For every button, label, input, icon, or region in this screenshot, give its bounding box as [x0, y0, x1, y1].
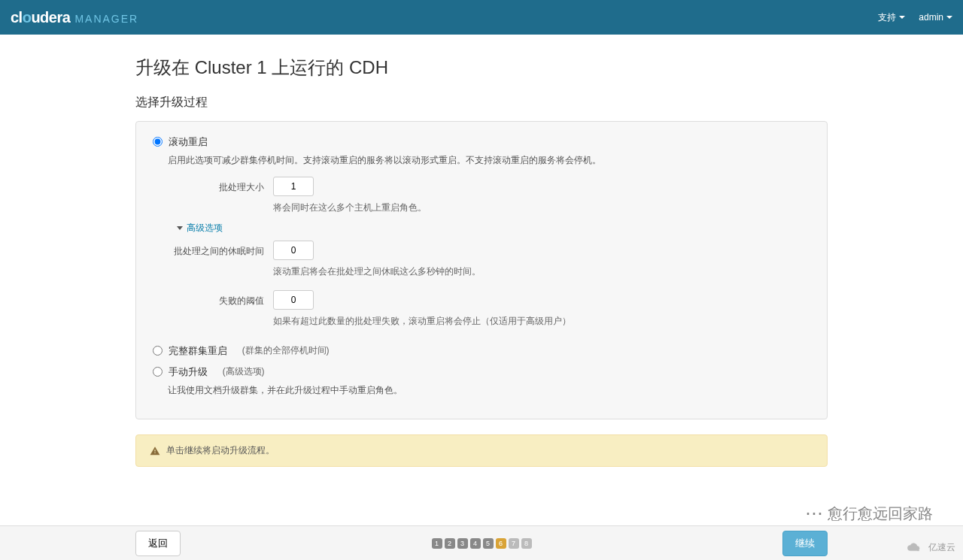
continue-button[interactable]: 继续 — [782, 531, 828, 535]
fail-threshold-help: 如果有超过此数量的批处理失败，滚动重启将会停止（仅适用于高级用户） — [273, 314, 810, 328]
caret-down-icon — [899, 16, 905, 19]
warning-icon — [150, 446, 160, 456]
alert-text: 单击继续将启动升级流程。 — [166, 444, 275, 457]
radio-full-label: 完整群集重启 — [169, 344, 227, 358]
advanced-options-label: 高级选项 — [187, 222, 223, 235]
options-panel: 滚动重启 启用此选项可减少群集停机时间。支持滚动重启的服务将以滚动形式重启。不支… — [135, 121, 828, 419]
sleep-label: 批处理之间的休眠时间 — [168, 241, 273, 258]
logo-main: cloudera — [11, 9, 70, 26]
rolling-desc: 启用此选项可减少群集停机时间。支持滚动重启的服务将以滚动形式重启。不支持滚动重启… — [168, 153, 810, 168]
sleep-help: 滚动重启将会在批处理之间休眠这么多秒钟的时间。 — [273, 265, 810, 278]
page-title: 升级在 Cluster 1 上运行的 CDH — [135, 56, 828, 80]
batch-size-label: 批处理大小 — [168, 177, 273, 194]
radio-rolling-label: 滚动重启 — [169, 135, 208, 149]
sleep-input[interactable] — [273, 241, 314, 260]
radio-manual-hint: (高级选项) — [223, 365, 265, 378]
top-navbar: cloudera MANAGER 支持 admin — [0, 0, 963, 35]
radio-manual[interactable] — [153, 367, 163, 377]
back-button[interactable]: 返回 — [135, 531, 181, 535]
radio-full[interactable] — [153, 346, 163, 356]
batch-size-input[interactable] — [273, 177, 314, 196]
radio-full-hint: (群集的全部停机时间) — [242, 344, 330, 357]
page-subtitle: 选择升级过程 — [135, 95, 828, 110]
option-full-restart: 完整群集重启 (群集的全部停机时间) — [153, 344, 810, 358]
radio-rolling[interactable] — [153, 137, 163, 147]
wechat-text: 愈行愈远回家路 — [828, 504, 933, 524]
manual-desc: 让我使用文档升级群集，并在此升级过程中手动重启角色。 — [168, 383, 810, 398]
batch-size-help: 将会同时在这么多个主机上重启角色。 — [273, 201, 810, 214]
support-label: 支持 — [878, 11, 896, 24]
admin-menu[interactable]: admin — [919, 12, 952, 23]
logo[interactable]: cloudera MANAGER — [11, 9, 138, 26]
admin-label: admin — [919, 12, 943, 23]
option-rolling-restart: 滚动重启 启用此选项可减少群集停机时间。支持滚动重启的服务将以滚动形式重启。不支… — [153, 135, 810, 328]
fail-threshold-input[interactable] — [273, 290, 314, 310]
radio-manual-label: 手动升级 — [169, 365, 208, 379]
advanced-options-toggle[interactable]: 高级选项 — [177, 222, 810, 235]
wizard-footer: 返回 12345678 继续 — [0, 525, 963, 534]
warning-alert: 单击继续将启动升级流程。 — [135, 434, 828, 467]
chevron-down-icon — [177, 226, 183, 230]
logo-sub: MANAGER — [74, 13, 138, 25]
option-manual: 手动升级 (高级选项) 让我使用文档升级群集，并在此升级过程中手动重启角色。 — [153, 365, 810, 398]
support-menu[interactable]: 支持 — [878, 11, 905, 24]
main-content: 升级在 Cluster 1 上运行的 CDH 选择升级过程 滚动重启 启用此选项… — [135, 35, 828, 534]
fail-threshold-label: 失败的阈值 — [168, 290, 273, 307]
caret-down-icon — [946, 16, 952, 19]
